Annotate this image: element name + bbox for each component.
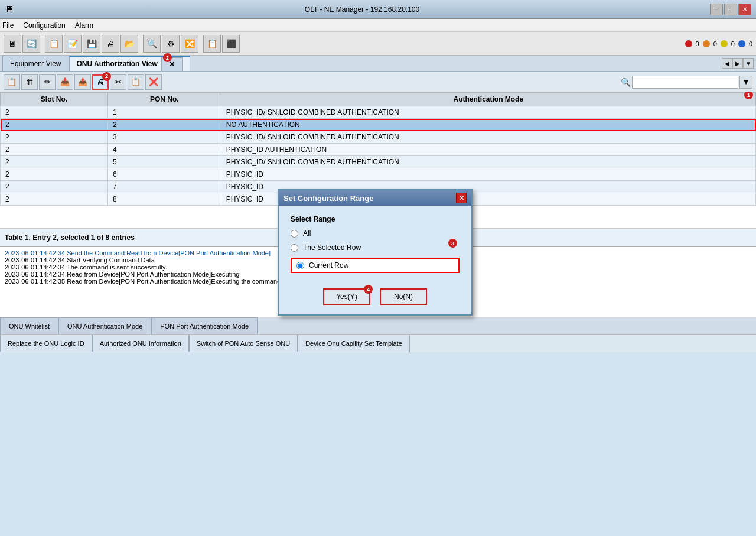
tabbar: Equipment View ONU Authorization View ✕ … — [0, 56, 756, 72]
sec-btn-badge: 2 — [102, 72, 111, 81]
radio-selected[interactable] — [291, 244, 298, 252]
sec-btn-print[interactable]: 🖨 2 — [92, 74, 109, 90]
bottom-tab-auth-mode[interactable]: ONU Authentication Mode — [58, 317, 151, 334]
table-row[interactable]: 2 1 PHYSIC_ID/ SN:LOID COMBINED AUTHENTI… — [1, 106, 756, 119]
close-window-button[interactable]: ✕ — [738, 4, 751, 15]
tb-btn-0[interactable]: 🖥 — [4, 35, 21, 53]
app-title: OLT - NE Manager - 192.168.20.100 — [305, 5, 419, 14]
col-auth: Authentication Mode 1 — [221, 93, 755, 106]
bottom-tab-auth-label: ONU Authentication Mode — [67, 323, 142, 330]
tb-btn-5[interactable]: 🖨 — [102, 35, 119, 53]
sec-btn-edit[interactable]: ✏ — [39, 74, 56, 90]
radio-all-label: All — [303, 229, 311, 238]
maximize-button[interactable]: □ — [724, 4, 737, 15]
search-input[interactable] — [632, 76, 738, 89]
cell-pon: 4 — [107, 144, 221, 156]
tab-equipment-view[interactable]: Equipment View — [2, 56, 69, 71]
col-slot: Slot No. — [1, 93, 108, 106]
menubar: File Configuration Alarm — [0, 19, 756, 32]
tb-btn-9[interactable]: 🔀 — [181, 35, 198, 53]
row-tab-switch-label: Switch of PON Auto Sense ONU — [197, 340, 290, 347]
tb-btn-7[interactable]: 🔍 — [143, 35, 161, 53]
cell-auth: PHYSIC_ID/ SN:LOID COMBINED AUTHENTICATI… — [221, 106, 755, 119]
yes-btn-badge: 4 — [364, 285, 373, 294]
status-minor-dot — [721, 40, 728, 47]
minimize-button[interactable]: ─ — [710, 4, 723, 15]
sec-btn-copy[interactable]: 📋 — [128, 74, 144, 90]
sec-btn-delete[interactable]: 🗑 — [21, 74, 38, 90]
tb-btn-8[interactable]: ⚙ — [162, 35, 180, 53]
cell-pon: 3 — [107, 131, 221, 144]
dialog-close-button[interactable]: ✕ — [456, 193, 467, 203]
tb-btn-11[interactable]: ⬛ — [222, 35, 240, 53]
bottom-tab-pon-auth[interactable]: PON Port Authentication Mode — [151, 317, 258, 334]
radio-current[interactable] — [296, 262, 304, 269]
cell-pon: 1 — [107, 106, 221, 119]
menu-configuration[interactable]: Configuration — [23, 21, 65, 30]
tb-btn-1[interactable]: 🔄 — [22, 35, 40, 53]
sec-toolbar: 📋 🗑 ✏ 📥 📤 🖨 2 ✂ 📋 ❌ 🔍 ▼ — [0, 72, 756, 92]
tab-onu-auth-view[interactable]: ONU Authorization View ✕ 2 — [69, 56, 190, 71]
no-button[interactable]: No(N) — [380, 288, 427, 305]
yes-button[interactable]: Yes(Y) 4 — [323, 288, 370, 305]
status-critical-count: 0 — [696, 40, 699, 47]
table-row[interactable]: 2 6 PHYSIC_ID — [1, 168, 756, 181]
titlebar: 🖥 OLT - NE Manager - 192.168.20.100 ─ □ … — [0, 0, 756, 19]
row-tab-replace[interactable]: Replace the ONU Logic ID — [0, 335, 92, 352]
cell-slot: 2 — [1, 131, 108, 144]
cell-pon: 5 — [107, 156, 221, 168]
radio-current-label: Current Row — [309, 261, 348, 269]
win-controls: ─ □ ✕ — [710, 4, 751, 15]
selected-row-badge: 3 — [448, 239, 457, 248]
cell-pon: 2 — [107, 119, 221, 131]
dialog-titlebar: Set Configuration Range ✕ — [279, 190, 471, 206]
status-minor-count: 0 — [731, 40, 735, 47]
sec-btn-cancel[interactable]: ❌ — [145, 74, 162, 90]
cell-slot: 2 — [1, 193, 108, 206]
sec-btn-import[interactable]: 📥 — [57, 74, 73, 90]
status-major-count: 0 — [713, 40, 717, 47]
status-info-dot — [738, 40, 745, 47]
cell-auth: NO AUTHENTICATION — [221, 119, 755, 131]
bottom-tab-whitelist[interactable]: ONU Whitelist — [0, 317, 58, 334]
tab-nav-right[interactable]: ▶ — [732, 58, 743, 69]
row-tab-device-label: Device Onu Capility Set Template — [305, 340, 402, 347]
tab-badge: 2 — [163, 53, 172, 62]
tab-nav-left[interactable]: ◀ — [722, 58, 732, 69]
table-row[interactable]: 2 3 PHYSIC_ID/ SN:LOID COMBINED AUTHENTI… — [1, 131, 756, 144]
tb-btn-3[interactable]: 📝 — [64, 35, 82, 53]
current-row-box: Current Row — [291, 258, 460, 273]
tb-btn-4[interactable]: 💾 — [83, 35, 100, 53]
row-tab-authorized[interactable]: Authorized ONU Information — [92, 335, 189, 352]
tab-nav-down[interactable]: ▼ — [743, 58, 754, 69]
table-row[interactable]: 2 5 PHYSIC_ID/ SN:LOID COMBINED AUTHENTI… — [1, 156, 756, 168]
menu-alarm[interactable]: Alarm — [75, 21, 93, 30]
cell-auth: PHYSIC_ID/ SN:LOID COMBINED AUTHENTICATI… — [221, 131, 755, 144]
row-tab-device-onu[interactable]: Device Onu Capility Set Template — [298, 335, 410, 352]
dialog-section-label: Select Range — [291, 215, 460, 223]
table-row[interactable]: 2 4 PHYSIC_ID AUTHENTICATION — [1, 144, 756, 156]
row-tab-switch-pon[interactable]: Switch of PON Auto Sense ONU — [189, 335, 298, 352]
dialog-title: Set Configuration Range — [284, 194, 373, 203]
sec-btn-read[interactable]: 📋 — [4, 74, 20, 90]
bottom-tab-whitelist-label: ONU Whitelist — [9, 323, 50, 330]
cell-auth: PHYSIC_ID/ SN:LOID COMBINED AUTHENTICATI… — [221, 156, 755, 168]
menu-file[interactable]: File — [2, 21, 14, 30]
row-tab-replace-label: Replace the ONU Logic ID — [8, 340, 84, 347]
tb-btn-2[interactable]: 📋 — [45, 35, 63, 53]
sec-btn-export[interactable]: 📤 — [74, 74, 91, 90]
search-dropdown-button[interactable]: ▼ — [739, 76, 752, 89]
cell-auth: PHYSIC_ID — [221, 168, 755, 181]
cell-pon: 8 — [107, 193, 221, 206]
col-badge: 1 — [744, 92, 753, 99]
cell-slot: 2 — [1, 144, 108, 156]
sec-btn-cut[interactable]: ✂ — [110, 74, 126, 90]
radio-all[interactable] — [291, 230, 298, 238]
tb-btn-6[interactable]: 📂 — [120, 35, 138, 53]
status-indicators: 0 0 0 0 — [685, 40, 753, 47]
bottom-section-tabs: ONU Whitelist ONU Authentication Mode PO… — [0, 317, 756, 334]
tb-btn-10[interactable]: 📋 — [203, 35, 221, 53]
table-row[interactable]: 2 2 NO AUTHENTICATION — [1, 119, 756, 131]
tab-equipment-label: Equipment View — [10, 60, 61, 68]
cell-slot: 2 — [1, 181, 108, 193]
